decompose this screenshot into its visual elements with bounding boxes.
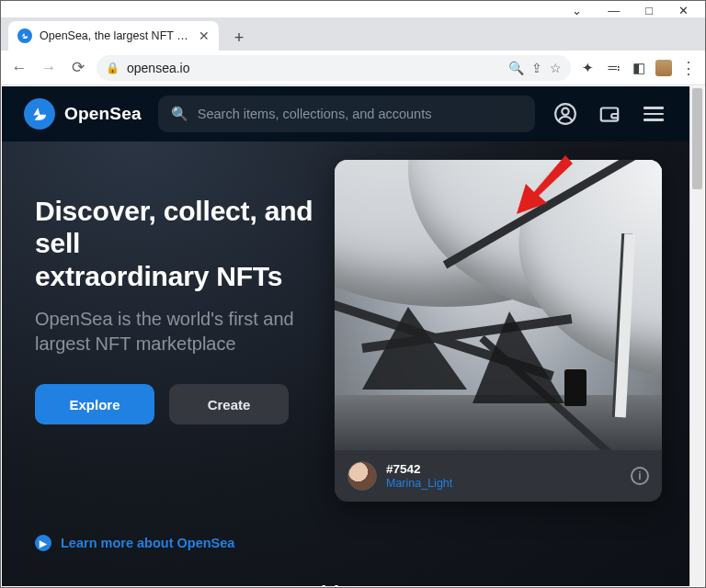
profile-avatar-icon[interactable] (655, 60, 672, 76)
tab-strip: OpenSea, the largest NFT marketplace ✕ + (1, 17, 705, 51)
search-icon: 🔍 (171, 106, 188, 122)
window-maximize-button[interactable]: □ (645, 4, 653, 17)
opensea-logo-icon (24, 98, 55, 130)
nft-token-id: #7542 (386, 462, 452, 477)
reading-list-icon[interactable]: ≕ (604, 60, 622, 76)
extensions-icon[interactable]: ✦ (578, 60, 597, 76)
svg-point-1 (562, 108, 568, 115)
hamburger-icon (643, 107, 664, 121)
bookmark-star-icon[interactable]: ☆ (550, 61, 562, 75)
nft-creator-link[interactable]: Marina_Light (386, 477, 452, 490)
chrome-menu-button[interactable]: ⋮ (679, 58, 698, 78)
forward-button[interactable]: → (38, 59, 60, 77)
vertical-scrollbar[interactable] (689, 86, 704, 586)
lock-icon: 🔒 (106, 62, 120, 74)
explore-button[interactable]: Explore (35, 384, 154, 424)
account-icon[interactable] (552, 102, 579, 126)
hero-title: Discover, collect, and sell extraordinar… (35, 195, 329, 292)
search-placeholder: Search items, collections, and accounts (198, 107, 432, 121)
menu-button[interactable] (640, 107, 667, 121)
featured-nft-card[interactable]: #7542 Marina_Light i (335, 160, 662, 502)
site-header: OpenSea 🔍 Search items, collections, and… (2, 86, 689, 141)
search-in-page-icon[interactable]: 🔍 (508, 61, 524, 75)
creator-avatar[interactable] (347, 461, 377, 491)
play-icon: ▶ (35, 535, 51, 551)
info-icon[interactable]: i (631, 467, 649, 485)
new-tab-button[interactable]: + (226, 25, 252, 51)
site-search[interactable]: 🔍 Search items, collections, and account… (158, 96, 535, 132)
tab-close-icon[interactable]: ✕ (199, 28, 210, 43)
brand-name: OpenSea (64, 104, 142, 124)
opensea-favicon-icon (17, 28, 32, 43)
create-button[interactable]: Create (169, 384, 289, 424)
learn-more-link[interactable]: ▶ Learn more about OpenSea (35, 535, 329, 551)
chrome-chevron-icon[interactable]: ⌄ (572, 4, 582, 17)
browser-tab[interactable]: OpenSea, the largest NFT marketplace ✕ (8, 21, 219, 51)
share-icon[interactable]: ⇪ (531, 61, 542, 75)
address-bar[interactable]: 🔒 opensea.io 🔍 ⇪ ☆ (97, 55, 571, 81)
window-minimize-button[interactable]: ― (608, 4, 620, 17)
back-button[interactable]: ← (8, 59, 30, 77)
window-close-button[interactable]: ✕ (678, 4, 689, 17)
reload-button[interactable]: ⟳ (67, 58, 89, 77)
notable-drops-heading: Notable Drops (2, 582, 689, 586)
brand[interactable]: OpenSea (24, 98, 142, 130)
tab-title: OpenSea, the largest NFT marketplace (40, 29, 191, 42)
wallet-icon[interactable] (596, 102, 623, 126)
side-panel-icon[interactable]: ◧ (630, 60, 648, 76)
featured-nft-image (335, 160, 662, 450)
browser-toolbar: ← → ⟳ 🔒 opensea.io 🔍 ⇪ ☆ ✦ ≕ ◧ ⋮ (1, 51, 705, 85)
url-text: opensea.io (127, 61, 501, 75)
hero-subtitle: OpenSea is the world's first and largest… (35, 307, 329, 356)
scrollbar-thumb[interactable] (692, 88, 702, 189)
page-content: OpenSea 🔍 Search items, collections, and… (2, 86, 689, 586)
